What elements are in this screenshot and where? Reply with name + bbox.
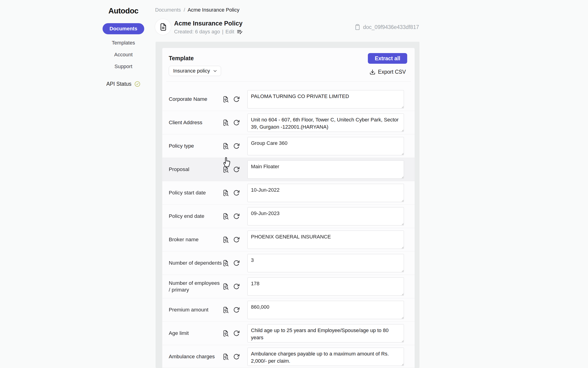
field-actions bbox=[222, 306, 242, 314]
field-row: Corporate Name PALOMA TURNING CO P bbox=[162, 88, 415, 111]
export-csv-button[interactable]: Export CSV bbox=[369, 69, 406, 75]
field-row: Broker name PHOENIX GENERAL INSURA bbox=[162, 228, 415, 251]
field-actions bbox=[222, 212, 242, 220]
field-label: Proposal bbox=[169, 166, 222, 173]
extract-all-button[interactable]: Extract all bbox=[368, 53, 407, 64]
locate-in-document-icon[interactable] bbox=[222, 330, 229, 337]
edit-icon[interactable] bbox=[236, 29, 243, 35]
template-section: Template Insurance policy Extract all bbox=[162, 48, 415, 81]
subtitle-divider: | bbox=[222, 29, 223, 35]
field-actions bbox=[222, 95, 242, 103]
field-label: Number of dependents bbox=[169, 259, 222, 266]
sidebar-item-templates[interactable]: Templates bbox=[112, 40, 135, 46]
template-select-value: Insurance policy bbox=[173, 68, 210, 74]
field-value-input[interactable]: Group Care 360 bbox=[247, 137, 404, 155]
field-label: Premium amount bbox=[169, 306, 222, 313]
locate-in-document-icon[interactable] bbox=[222, 142, 229, 150]
field-value-input[interactable]: 860,000 bbox=[247, 301, 404, 319]
content-panel: Template Insurance policy Extract all bbox=[156, 42, 420, 368]
field-label: Broker name bbox=[169, 236, 222, 243]
locate-in-document-icon[interactable] bbox=[222, 119, 229, 127]
api-status[interactable]: API Status bbox=[106, 81, 140, 87]
locate-in-document-icon[interactable] bbox=[222, 166, 229, 173]
field-row: Number of employees / primary 178 bbox=[162, 275, 415, 298]
sidebar-item-support[interactable]: Support bbox=[114, 64, 132, 70]
field-row: Client Address Unit no 604 - 607, bbox=[162, 111, 415, 134]
field-row: Number of dependents 3 bbox=[162, 251, 415, 275]
field-row: Policy type Group Care 360 bbox=[162, 134, 415, 158]
field-row: Policy end date 09-Jun-2023 bbox=[162, 205, 415, 228]
document-subtitle: Created: 6 days ago | Edit bbox=[174, 29, 243, 35]
locate-in-document-icon[interactable] bbox=[222, 283, 229, 290]
field-actions bbox=[222, 119, 242, 127]
sidebar-item-account[interactable]: Account bbox=[114, 52, 133, 58]
field-actions bbox=[222, 259, 242, 267]
locate-in-document-icon[interactable] bbox=[222, 353, 229, 361]
field-value-input[interactable]: 3 bbox=[247, 254, 404, 272]
field-actions bbox=[222, 142, 242, 150]
field-label: Age limit bbox=[169, 330, 222, 337]
clipboard-icon[interactable] bbox=[354, 24, 361, 31]
edit-link[interactable]: Edit bbox=[226, 29, 234, 35]
template-select[interactable]: Insurance policy bbox=[169, 66, 221, 76]
re-extract-icon[interactable] bbox=[233, 236, 240, 243]
sidebar-item-documents[interactable]: Documents bbox=[103, 23, 144, 34]
re-extract-icon[interactable] bbox=[233, 213, 240, 220]
re-extract-icon[interactable] bbox=[233, 143, 240, 149]
locate-in-document-icon[interactable] bbox=[222, 259, 229, 267]
field-actions bbox=[222, 189, 242, 197]
field-actions bbox=[222, 166, 242, 173]
locate-in-document-icon[interactable] bbox=[222, 212, 229, 220]
export-csv-label: Export CSV bbox=[378, 69, 406, 75]
field-value-input[interactable]: Unit no 604 - 607, 6th Floor, Tower C, U… bbox=[247, 114, 404, 132]
download-icon bbox=[369, 69, 376, 75]
page-title: Acme Insurance Policy bbox=[174, 20, 243, 27]
document-avatar bbox=[155, 18, 171, 35]
chevron-down-icon bbox=[212, 68, 218, 74]
re-extract-icon[interactable] bbox=[233, 283, 240, 290]
re-extract-icon[interactable] bbox=[233, 307, 240, 313]
field-label: Policy type bbox=[169, 143, 222, 149]
field-label: Number of employees / primary bbox=[169, 280, 222, 293]
re-extract-icon[interactable] bbox=[233, 96, 240, 103]
api-status-label: API Status bbox=[106, 81, 132, 87]
app-logo: Autodoc bbox=[108, 7, 139, 15]
field-actions bbox=[222, 330, 242, 337]
re-extract-icon[interactable] bbox=[233, 260, 240, 267]
check-circle-icon bbox=[134, 81, 140, 87]
re-extract-icon[interactable] bbox=[233, 119, 240, 126]
field-actions bbox=[222, 353, 242, 361]
locate-in-document-icon[interactable] bbox=[222, 95, 229, 103]
breadcrumb: Documents / Acme Insurance Policy bbox=[155, 7, 239, 13]
locate-in-document-icon[interactable] bbox=[222, 236, 229, 244]
field-value-input[interactable]: 10-Jun-2022 bbox=[247, 184, 404, 202]
field-row: Premium amount 860,000 bbox=[162, 298, 415, 322]
document-icon bbox=[159, 22, 167, 31]
field-value-input[interactable]: PALOMA TURNING CO PRIVATE LIMITED bbox=[247, 90, 404, 109]
field-label: Corporate Name bbox=[169, 96, 222, 102]
locate-in-document-icon[interactable] bbox=[222, 189, 229, 197]
re-extract-icon[interactable] bbox=[233, 190, 240, 196]
field-value-input[interactable]: 178 bbox=[247, 277, 404, 296]
fields-list: Corporate Name PALOMA TURNING CO P bbox=[162, 82, 415, 368]
field-label: Policy start date bbox=[169, 189, 222, 196]
breadcrumb-documents[interactable]: Documents bbox=[155, 7, 181, 13]
field-row: Proposal Main Floater bbox=[162, 158, 415, 181]
re-extract-icon[interactable] bbox=[233, 166, 240, 173]
document-id[interactable]: doc_09f9436e433df817 bbox=[354, 24, 419, 31]
field-value-input[interactable]: Child age up to 25 years and Employee/Sp… bbox=[247, 324, 404, 342]
field-actions bbox=[222, 236, 242, 244]
locate-in-document-icon[interactable] bbox=[222, 306, 229, 314]
document-id-text: doc_09f9436e433df817 bbox=[363, 24, 419, 30]
re-extract-icon[interactable] bbox=[233, 330, 240, 337]
field-value-input[interactable]: Main Floater bbox=[247, 160, 404, 179]
sidebar: Autodoc Documents Templates Account Supp… bbox=[97, 7, 149, 87]
field-value-input[interactable]: Ambulance charges payable up to a maximu… bbox=[247, 348, 404, 366]
field-row: Ambulance charges Ambulance charge bbox=[162, 345, 415, 368]
field-row: Policy start date 10-Jun-2022 bbox=[162, 181, 415, 205]
field-label: Policy end date bbox=[169, 213, 222, 220]
field-value-input[interactable]: PHOENIX GENERAL INSURANCE bbox=[247, 230, 404, 249]
re-extract-icon[interactable] bbox=[233, 353, 240, 360]
field-value-input[interactable]: 09-Jun-2023 bbox=[247, 207, 404, 225]
created-text: Created: 6 days ago bbox=[174, 29, 220, 35]
